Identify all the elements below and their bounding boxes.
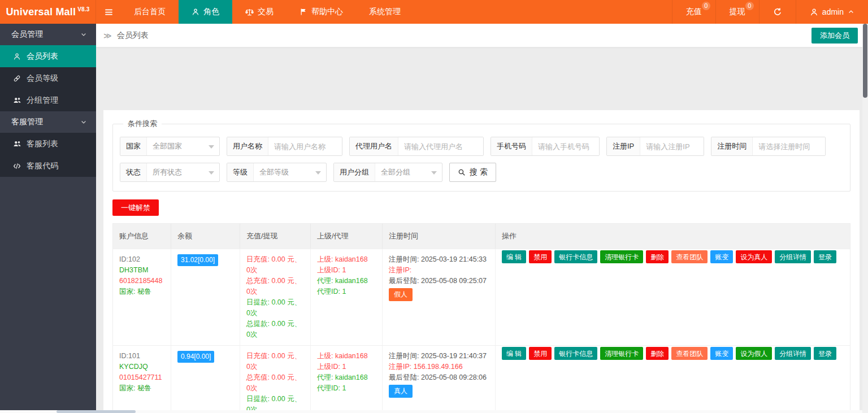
withdraw-label: 提现: [730, 7, 745, 17]
action-button[interactable]: 账变: [710, 250, 733, 263]
finance-cell: 日充值: 0.00 元、0次总充值: 0.00 元、0次日提款: 0.00 元、…: [240, 249, 311, 345]
scale-icon: [245, 8, 254, 16]
action-button[interactable]: 银行卡信息: [554, 347, 597, 360]
main-area: ≫ 会员列表 添加会员 条件搜索 国家全部国家用户名称代理用户名手机号码注册IP…: [96, 24, 862, 413]
filter-input[interactable]: [640, 137, 704, 155]
balance-badge: 31.02[0.00]: [177, 254, 218, 266]
action-button[interactable]: 删除: [646, 347, 669, 360]
nav-item[interactable]: 角色: [179, 0, 232, 24]
filter-select-value[interactable]: 全部分组: [375, 163, 442, 181]
menu-toggle-button[interactable]: [96, 0, 121, 24]
filter-input[interactable]: [532, 137, 599, 155]
topbar: Universal Mall V8.3 后台首页角色交易帮助中心系统管理 充值 …: [0, 0, 868, 24]
action-button[interactable]: 禁用: [529, 347, 552, 360]
action-button[interactable]: 登录: [814, 347, 836, 360]
chevron-down-icon: [315, 171, 321, 175]
action-button[interactable]: 设为真人: [736, 250, 772, 263]
register-line: 最后登陆: 2025-05-08 09:28:06: [389, 372, 489, 383]
recharge-button[interactable]: 充值 0: [672, 0, 715, 24]
filter-select-value[interactable]: 所有状态: [147, 163, 219, 181]
refresh-button[interactable]: [759, 0, 796, 24]
admin-menu[interactable]: admin: [796, 0, 868, 24]
filter-input[interactable]: [398, 137, 483, 155]
agent-line: 上级ID: 1: [317, 265, 376, 276]
action-button[interactable]: 查看团队: [671, 347, 708, 360]
finance-line: 总充值: 0.00 元、0次: [246, 276, 304, 297]
sidebar-item[interactable]: 会员列表: [0, 45, 96, 67]
filter-row-1: 国家全部国家用户名称代理用户名手机号码注册IP注册时间: [120, 137, 843, 156]
filter-label: 代理用户名: [350, 137, 398, 155]
unban-all-button[interactable]: 一键解禁: [112, 199, 159, 216]
horizontal-scrollbar-thumb[interactable]: [57, 410, 136, 413]
action-button[interactable]: 分组详情: [775, 250, 811, 263]
action-button[interactable]: 禁用: [529, 250, 552, 263]
app-logo: Universal Mall V8.3: [0, 0, 96, 24]
action-button[interactable]: 分组详情: [775, 347, 811, 360]
filter-label: 用户分组: [334, 163, 375, 181]
filter-input-group: 注册IP: [606, 137, 704, 156]
nav-item[interactable]: 交易: [232, 0, 287, 24]
sidebar-group-label: 客服管理: [11, 117, 43, 127]
action-button[interactable]: 银行卡信息: [554, 250, 597, 263]
finance-line: 总提款: 0.00 元、0次: [246, 319, 304, 340]
nav-item[interactable]: 后台首页: [121, 0, 179, 24]
vertical-scrollbar-thumb[interactable]: [863, 24, 867, 98]
action-button[interactable]: 编 辑: [502, 250, 526, 263]
sidebar-group-header[interactable]: 会员管理: [0, 24, 96, 45]
action-button[interactable]: 清理银行卡: [600, 347, 643, 360]
action-button[interactable]: 查看团队: [671, 250, 708, 263]
action-button[interactable]: 登录: [814, 250, 836, 263]
search-button[interactable]: 搜 索: [449, 163, 496, 182]
filter-label: 注册时间: [711, 137, 753, 155]
filter-select-value[interactable]: 全部等级: [254, 163, 326, 181]
withdraw-button[interactable]: 提现 0: [715, 0, 759, 24]
action-button[interactable]: 账变: [710, 347, 733, 360]
sidebar-item[interactable]: 会员等级: [0, 67, 96, 89]
page-title: 会员列表: [117, 31, 149, 41]
agent-line: 上级: kaidan168: [317, 254, 376, 265]
filter-input-group: 用户名称: [227, 137, 342, 156]
nav-item[interactable]: 帮助中心: [287, 0, 356, 24]
member-username: DH3TBM: [119, 265, 164, 276]
finance-cell: 日充值: 0.00 元、0次总充值: 0.00 元、0次日提款: 0.00 元、…: [240, 346, 311, 413]
add-member-button[interactable]: 添加会员: [811, 28, 858, 44]
flag-icon: [300, 8, 307, 16]
sidebar-item[interactable]: 分组管理: [0, 89, 96, 111]
action-button[interactable]: 删除: [646, 250, 669, 263]
filter-row-2: 状态所有状态等级全部等级用户分组全部分组搜 索: [120, 163, 843, 182]
sidebar-group-label: 会员管理: [11, 29, 43, 40]
chevron-down-icon: [209, 145, 214, 149]
topbar-right: 充值 0 提现 0 admin: [672, 0, 868, 24]
agent-line: 上级: kaidan168: [317, 351, 376, 362]
search-button-label: 搜 索: [470, 167, 488, 177]
table-body: ID:102DH3TBM60182185448国家: 秘鲁31.02[0.00]…: [113, 249, 850, 413]
recharge-label: 充值: [686, 7, 702, 17]
column-header: 充值/提现: [240, 224, 311, 249]
vertical-scrollbar[interactable]: [862, 24, 868, 413]
sidebar-item[interactable]: 客服列表: [0, 133, 96, 155]
sidebar-item[interactable]: 客服代码: [0, 155, 96, 177]
filter-input[interactable]: [268, 137, 342, 155]
filter-select: 状态所有状态: [120, 163, 220, 182]
filter-label: 手机号码: [491, 137, 532, 155]
nav-item[interactable]: 系统管理: [356, 0, 414, 24]
horizontal-scrollbar[interactable]: [0, 410, 862, 413]
sidebar-item-label: 分组管理: [27, 95, 58, 106]
balance-cell: 31.02[0.00]: [171, 249, 240, 345]
breadcrumb: ≫ 会员列表: [103, 31, 149, 41]
recharge-badge: 0: [702, 2, 710, 10]
column-header: 账户信息: [113, 224, 171, 249]
filter-input[interactable]: [753, 137, 825, 155]
action-button[interactable]: 清理银行卡: [600, 250, 643, 263]
account-cell: ID:102DH3TBM60182185448国家: 秘鲁: [113, 249, 171, 345]
filter-select: 用户分组全部分组: [333, 163, 442, 182]
sidebar-group-header[interactable]: 客服管理: [0, 111, 96, 133]
agent-line: 上级ID: 1: [317, 362, 376, 372]
action-button[interactable]: 设为假人: [736, 347, 772, 360]
register-line: 最后登陆: 2025-05-08 09:25:07: [389, 276, 489, 286]
member-country: 国家: 秘鲁: [119, 383, 164, 394]
action-button[interactable]: 编 辑: [502, 347, 526, 360]
user-icon: [810, 8, 818, 16]
filter-select-value[interactable]: 全部国家: [147, 137, 219, 155]
finance-line: 总充值: 0.00 元、0次: [246, 372, 304, 394]
